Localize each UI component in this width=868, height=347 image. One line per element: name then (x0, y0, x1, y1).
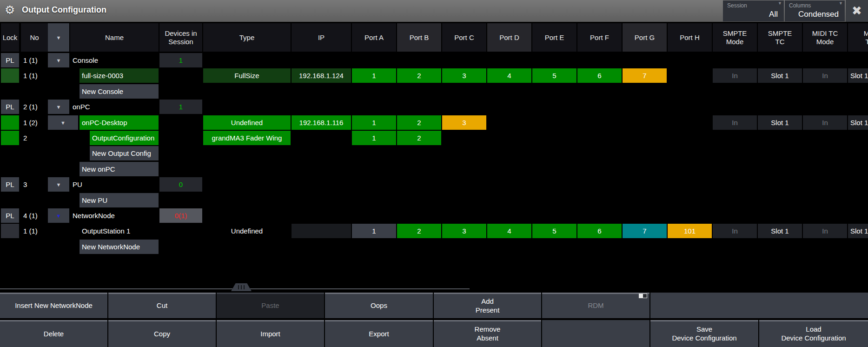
outputstation-device-ip-cell[interactable] (292, 224, 351, 238)
outputstation-device-pG-cell[interactable]: 7 (623, 224, 667, 238)
import-button[interactable]: Import (217, 320, 324, 347)
session-dropdown[interactable]: Session All ▼ (723, 0, 784, 21)
paste-button[interactable]: Paste (217, 293, 324, 318)
column-header-lock[interactable]: Lock (1, 23, 19, 52)
onpc-desktop-device-lock-cell[interactable] (1, 115, 19, 130)
insert-new-networknode-button[interactable]: Insert New NetworkNode (0, 293, 107, 318)
fullsize-device-pE-cell[interactable]: 5 (532, 68, 576, 83)
column-header-name[interactable]: Name (70, 23, 159, 52)
networknode-group-devices-cell[interactable]: 0(1) (159, 208, 202, 223)
networknode-group-lock-cell[interactable]: PL (1, 208, 19, 223)
onpc-desktop-device-s2-cell[interactable]: Slot 1 (758, 115, 802, 130)
onpc-desktop-device-s4-cell[interactable]: Slot 1 (848, 115, 868, 130)
columns-dropdown[interactable]: Columns Condensed ▼ (785, 0, 845, 21)
outputconfig-device-no-cell[interactable]: 2 (21, 131, 48, 145)
outputconfig-device-name2-cell[interactable]: OutputConfiguration (90, 131, 159, 145)
pu-group-devices-cell[interactable]: 0 (159, 177, 202, 192)
outputstation-device-pA-cell[interactable]: 1 (352, 224, 396, 238)
fullsize-device-s1-cell[interactable]: In (713, 68, 757, 83)
column-header-midi-tc[interactable]: MIDTC (848, 23, 868, 52)
load-device-configuration-button[interactable]: LoadDevice Configuration (759, 320, 868, 347)
outputstation-device-pE-cell[interactable]: 5 (532, 224, 576, 238)
outputstation-device-s3-cell[interactable]: In (803, 224, 847, 238)
column-header-port-h[interactable]: Port H (668, 23, 712, 52)
fullsize-device-type-cell[interactable]: FullSize (203, 68, 291, 83)
outputstation-device-s2-cell[interactable]: Slot 1 (758, 224, 802, 238)
fullsize-device-s4-cell[interactable]: Slot 1 (848, 68, 868, 83)
column-header-port-f[interactable]: Port F (577, 23, 622, 52)
onpc-desktop-device-s1-cell[interactable]: In (713, 115, 757, 130)
new-outputconfig-button-name2-cell[interactable]: New Output Config (90, 146, 159, 160)
console-group-lock-cell[interactable]: PL (1, 53, 19, 67)
export-button[interactable]: Export (325, 320, 433, 347)
column-header-smpte-tc[interactable]: SMPTETC (758, 23, 802, 52)
fullsize-device-pA-cell[interactable]: 1 (352, 68, 396, 83)
column-header-port-a[interactable]: Port A (352, 23, 396, 52)
onpc-desktop-device-name1-cell[interactable]: onPC-Desktop (80, 115, 159, 130)
outputconfig-device-lock-cell[interactable] (1, 131, 19, 145)
onpc-desktop-device-pC-cell[interactable]: 3 (442, 115, 486, 130)
fullsize-device-lock-cell[interactable] (1, 68, 19, 83)
outputstation-device-pF-cell[interactable]: 6 (577, 224, 622, 238)
fullsize-device-pB-cell[interactable]: 2 (397, 68, 441, 83)
outputstation-device-pB-cell[interactable]: 2 (397, 224, 441, 238)
console-group-devices-cell[interactable]: 1 (159, 53, 202, 67)
outputstation-device-pC-cell[interactable]: 3 (442, 224, 486, 238)
outputstation-device-name1-cell[interactable]: OutputStation 1 (80, 224, 159, 238)
onpc-expander[interactable]: ▼ (48, 100, 69, 114)
cut-button[interactable]: Cut (108, 293, 216, 318)
onpc-desktop-device-pA-cell[interactable]: 1 (352, 115, 396, 130)
column-header-midi-tc-mode[interactable]: MIDI TCMode (803, 23, 847, 52)
networknode-group-no-cell[interactable]: 4 (1) (21, 208, 48, 223)
onpc-desktop-device-pB-cell[interactable]: 2 (397, 115, 441, 130)
outputstation-device-pH-cell[interactable]: 101 (668, 224, 712, 238)
outputconfig-device-type-cell[interactable]: grandMA3 Fader Wing (203, 131, 291, 145)
close-button[interactable]: ✖ (846, 0, 868, 22)
column-header-type[interactable]: Type (203, 23, 291, 52)
outputstation-device-s1-cell[interactable]: In (713, 224, 757, 238)
save-device-configuration-button[interactable]: SaveDevice Configuration (650, 320, 758, 347)
new-console-button-name1-cell[interactable]: New Console (80, 84, 159, 99)
column-header-port-d[interactable]: Port D (487, 23, 531, 52)
onpc-group-no-cell[interactable]: 2 (1) (21, 100, 48, 114)
console-expander[interactable]: ▼ (48, 53, 69, 67)
fullsize-device-pD-cell[interactable]: 4 (487, 68, 531, 83)
column-header-devices-in-session[interactable]: Devices inSession (159, 23, 202, 52)
fullsize-device-pC-cell[interactable]: 3 (442, 68, 486, 83)
onpc-group-devices-cell[interactable]: 1 (159, 100, 202, 114)
window-titlebar[interactable]: ⚙ Output Configuration Session All ▼ Col… (0, 0, 868, 22)
fullsize-device-name1-cell[interactable]: full-size-0003 (80, 68, 159, 83)
rdm-button[interactable]: RDM (542, 293, 649, 318)
onpc-desktop-device-ip-cell[interactable]: 192.168.1.116 (292, 115, 351, 130)
pu-group-lock-cell[interactable]: PL (1, 177, 19, 192)
outputconfig-device-pB-cell[interactable]: 2 (397, 131, 441, 145)
fullsize-device-ip-cell[interactable]: 192.168.1.124 (292, 68, 351, 83)
outputstation-device-no-cell[interactable]: 1 (1) (21, 224, 48, 238)
new-onpc-button-name1-cell[interactable]: New onPC (80, 162, 159, 176)
column-header-port-e[interactable]: Port E (532, 23, 576, 52)
copy-button[interactable]: Copy (108, 320, 216, 347)
new-pu-button-name1-cell[interactable]: New PU (80, 193, 159, 207)
column-header-no[interactable]: No (21, 23, 48, 52)
outputstation-device-lock-cell[interactable] (1, 224, 19, 238)
column-header-ip[interactable]: IP (292, 23, 351, 52)
pu-expander[interactable]: ▼ (48, 177, 69, 192)
networknode-expander[interactable]: ▼ (48, 208, 69, 223)
new-networknode-button-name1-cell[interactable]: New NetworkNode (80, 240, 159, 254)
onpc-desktop-device-no-cell[interactable]: 1 (2) (21, 115, 48, 130)
add-present-button[interactable]: AddPresent (434, 293, 541, 318)
outputconfig-device-pA-cell[interactable]: 1 (352, 131, 396, 145)
horizontal-scrollbar-handle[interactable] (231, 283, 252, 291)
outputstation-device-pD-cell[interactable]: 4 (487, 224, 531, 238)
onpc-desktop-expander[interactable]: ▼ (48, 115, 78, 130)
fullsize-device-no-cell[interactable]: 1 (1) (21, 68, 48, 83)
column-header-smpte-mode[interactable]: SMPTEMode (713, 23, 757, 52)
onpc-desktop-device-s3-cell[interactable]: In (803, 115, 847, 130)
column-header-port-b[interactable]: Port B (397, 23, 441, 52)
console-group-no-cell[interactable]: 1 (1) (21, 53, 48, 67)
onpc-group-lock-cell[interactable]: PL (1, 100, 19, 114)
column-header-expand-all[interactable]: ▼ (48, 23, 69, 52)
column-header-port-g[interactable]: Port G (623, 23, 667, 52)
fullsize-device-s3-cell[interactable]: In (803, 68, 847, 83)
column-header-port-c[interactable]: Port C (442, 23, 486, 52)
